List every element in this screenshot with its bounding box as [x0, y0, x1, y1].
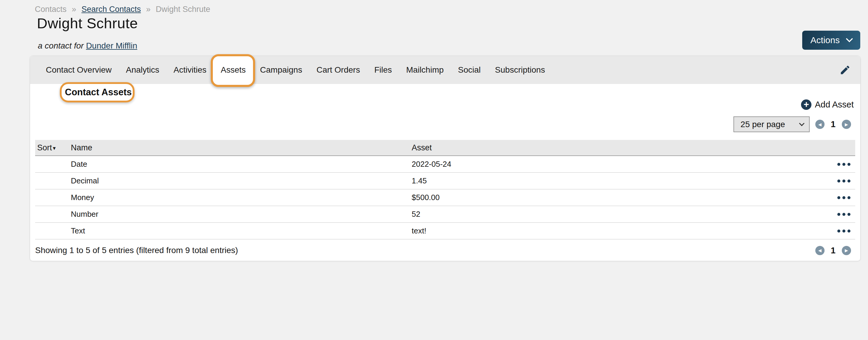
- row-menu-ellipsis-icon[interactable]: [837, 228, 851, 234]
- section-heading: Contact Assets: [65, 87, 132, 98]
- section-heading-wrap: Contact Assets: [65, 87, 132, 98]
- table-row: Money $500.00: [35, 189, 855, 206]
- asset-value-cell: 52: [412, 210, 811, 219]
- contact-tabs: Contact Overview Analytics Activities As…: [30, 56, 860, 84]
- sort-column-header[interactable]: Sort ▾: [35, 143, 71, 152]
- assets-table: Sort ▾ Name Asset Date 2022-05-24 Decima…: [35, 140, 855, 239]
- asset-name-cell: Decimal: [71, 176, 412, 185]
- sort-header-label: Sort: [37, 143, 52, 152]
- asset-value-cell: $500.00: [412, 193, 811, 202]
- tab-assets[interactable]: Assets: [213, 56, 253, 84]
- tab-campaigns[interactable]: Campaigns: [253, 56, 310, 84]
- asset-name-cell: Number: [71, 210, 412, 219]
- asset-name-cell: Money: [71, 193, 412, 202]
- table-row: Text text!: [35, 223, 855, 239]
- pagination-top: 25 per page ◀ 1 ▶: [734, 116, 851, 132]
- tab-files[interactable]: Files: [367, 56, 399, 84]
- per-page-value: 25 per page: [741, 120, 785, 129]
- table-header-row: Sort ▾ Name Asset: [35, 140, 855, 156]
- prev-page-button[interactable]: ◀: [815, 120, 825, 129]
- tab-contact-overview[interactable]: Contact Overview: [39, 56, 119, 84]
- row-menu-ellipsis-icon[interactable]: [837, 161, 851, 167]
- company-link[interactable]: Dunder Mifflin: [86, 41, 137, 50]
- asset-name-cell: Date: [71, 160, 412, 169]
- tab-subscriptions[interactable]: Subscriptions: [488, 56, 552, 84]
- table-footer: Showing 1 to 5 of 5 entries (filtered fr…: [35, 240, 851, 261]
- contact-subtitle: a contact for Dunder Mifflin: [38, 41, 137, 51]
- tab-analytics[interactable]: Analytics: [119, 56, 166, 84]
- sort-caret-icon: ▾: [53, 145, 56, 151]
- plus-circle-icon: +: [801, 99, 811, 110]
- asset-column-header: Asset: [412, 143, 811, 152]
- page-number: 1: [830, 246, 836, 255]
- breadcrumb: Contacts » Search Contacts » Dwight Schr…: [35, 5, 210, 14]
- select-chevron-icon: [799, 121, 804, 126]
- next-page-button[interactable]: ▶: [842, 120, 851, 129]
- breadcrumb-current-contact: Dwight Schrute: [156, 5, 210, 14]
- asset-name-cell: Text: [71, 226, 412, 236]
- prev-page-button[interactable]: ◀: [815, 246, 825, 255]
- next-page-button[interactable]: ▶: [842, 246, 851, 255]
- breadcrumb-separator: »: [146, 5, 151, 14]
- asset-value-cell: 2022-05-24: [412, 160, 811, 169]
- tab-cart-orders[interactable]: Cart Orders: [309, 56, 367, 84]
- row-menu-ellipsis-icon[interactable]: [837, 178, 851, 184]
- tab-activities[interactable]: Activities: [166, 56, 213, 84]
- breadcrumb-contacts: Contacts: [35, 5, 67, 14]
- tab-assets-label: Assets: [221, 65, 246, 75]
- breadcrumb-separator: »: [72, 5, 76, 14]
- per-page-select[interactable]: 25 per page: [734, 116, 810, 132]
- entries-summary: Showing 1 to 5 of 5 entries (filtered fr…: [35, 246, 238, 255]
- table-row: Date 2022-05-24: [35, 156, 855, 173]
- name-column-header: Name: [71, 143, 412, 152]
- page-title: Dwight Schrute: [37, 15, 138, 32]
- add-asset-button[interactable]: + Add Asset: [801, 99, 854, 110]
- pagination-bottom: ◀ 1 ▶: [815, 246, 851, 255]
- edit-pencil-icon[interactable]: [839, 64, 851, 75]
- subtitle-prefix: a contact for: [38, 41, 84, 50]
- contact-detail-card: Contact Overview Analytics Activities As…: [30, 56, 861, 261]
- table-row: Number 52: [35, 206, 855, 223]
- chevron-down-icon: [846, 35, 853, 42]
- tab-social[interactable]: Social: [451, 56, 488, 84]
- tab-mailchimp[interactable]: Mailchimp: [399, 56, 451, 84]
- add-asset-label: Add Asset: [815, 100, 854, 110]
- actions-button-label: Actions: [811, 35, 840, 45]
- row-menu-ellipsis-icon[interactable]: [837, 211, 851, 218]
- page-number: 1: [830, 119, 836, 129]
- asset-value-cell: text!: [412, 226, 811, 236]
- asset-value-cell: 1.45: [412, 176, 811, 185]
- actions-button[interactable]: Actions: [802, 31, 860, 50]
- row-menu-ellipsis-icon[interactable]: [837, 194, 851, 201]
- table-row: Decimal 1.45: [35, 173, 855, 189]
- breadcrumb-search-contacts-link[interactable]: Search Contacts: [82, 5, 141, 14]
